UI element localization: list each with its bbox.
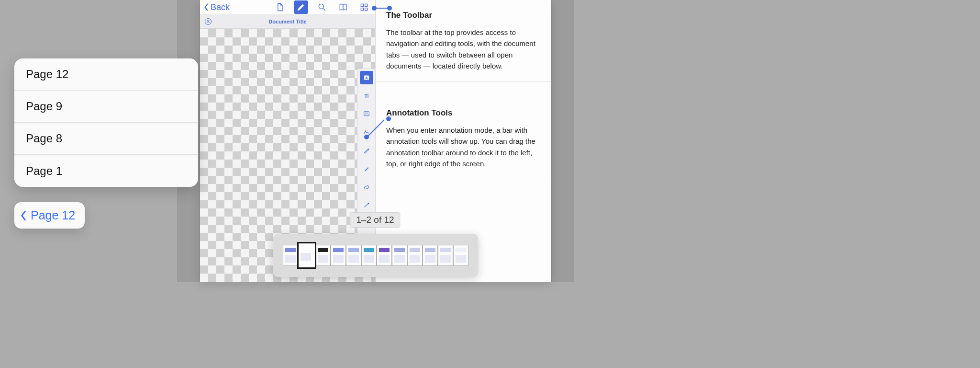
pencil-icon (296, 2, 306, 12)
back-button[interactable]: Back (204, 2, 230, 12)
page-counter: 1–2 of 12 (350, 212, 400, 228)
page-thumbnail[interactable] (423, 245, 438, 266)
page-thumbnail[interactable] (438, 245, 453, 266)
history-item[interactable]: Page 9 (14, 91, 198, 123)
annot-tool-note[interactable] (360, 107, 373, 121)
page-thumbnail[interactable] (315, 245, 331, 266)
svg-rect-9 (364, 112, 369, 116)
annotation-toolbar[interactable]: A T (357, 69, 375, 234)
page-thumbnail[interactable] (331, 245, 346, 266)
history-item[interactable]: Page 12 (14, 58, 198, 91)
section-heading: The Toolbar (386, 11, 541, 20)
chevron-left-icon (20, 210, 27, 221)
section-body: The toolbar at the top provides access t… (386, 27, 541, 71)
callout-dot (364, 135, 369, 139)
text-highlight-icon: A (362, 73, 371, 82)
page-thumbnail[interactable] (392, 245, 407, 266)
svg-rect-14 (364, 185, 369, 189)
eraser-icon (362, 183, 371, 191)
page-thumbnail[interactable] (361, 245, 377, 266)
right-gutter (551, 0, 574, 282)
section-heading: Annotation Tools (386, 108, 541, 118)
page-thumbnail[interactable] (407, 245, 423, 266)
marker-icon (362, 164, 371, 173)
text-icon: T (362, 92, 371, 100)
note-icon (362, 110, 371, 118)
svg-point-13 (368, 149, 369, 150)
svg-rect-4 (365, 8, 368, 11)
history-item-label: Page 9 (26, 100, 62, 113)
annot-tool-highlight[interactable]: A (360, 71, 373, 84)
search-icon (317, 2, 327, 12)
back-history-label: Page 12 (31, 208, 75, 222)
annot-tool-line[interactable] (360, 198, 373, 212)
ink-icon (362, 146, 371, 155)
page-thumbnail[interactable] (297, 242, 316, 269)
svg-rect-3 (361, 8, 363, 11)
back-label: Back (211, 2, 230, 12)
toolbar-thumbnails-button[interactable] (357, 0, 371, 14)
annot-tool-marker[interactable] (360, 162, 373, 175)
svg-text:T: T (364, 93, 368, 99)
document-icon (275, 2, 285, 12)
annot-tool-freetext[interactable]: T (360, 89, 373, 103)
history-item-label: Page 12 (26, 68, 68, 81)
history-item[interactable]: Page 1 (14, 155, 198, 187)
page-thumbnail[interactable] (346, 245, 361, 266)
toolbar-document-button[interactable] (273, 0, 287, 14)
page-thumbnail[interactable] (377, 245, 392, 266)
chevron-left-icon (204, 3, 209, 11)
svg-rect-2 (365, 4, 368, 6)
annot-tool-ink[interactable] (360, 144, 373, 157)
toolbar-search-button[interactable] (315, 0, 329, 14)
page-thumbnail[interactable] (453, 245, 468, 266)
section-body: When you enter annotation mode, a bar wi… (386, 125, 541, 169)
top-toolbar: Back (200, 0, 375, 15)
svg-point-12 (368, 133, 368, 134)
document-tab-bar: Document Title (200, 15, 375, 29)
toolbar-outline-button[interactable] (336, 0, 350, 14)
close-tab-button[interactable] (205, 18, 212, 25)
svg-line-15 (364, 203, 368, 207)
history-item[interactable]: Page 8 (14, 123, 198, 155)
thumbnail-scrubber[interactable] (273, 234, 478, 277)
content-section: Annotation Tools When you enter annotati… (376, 81, 551, 179)
page-thumbnail[interactable] (283, 245, 298, 266)
arrow-icon (362, 201, 371, 209)
content-section: The Toolbar The toolbar at the top provi… (376, 0, 551, 81)
svg-point-0 (319, 4, 323, 9)
svg-rect-1 (361, 4, 363, 6)
history-item-label: Page 8 (26, 132, 62, 145)
toolbar-annotate-button[interactable] (294, 0, 308, 14)
back-history-button[interactable]: Page 12 (14, 202, 85, 229)
history-popover: Page 12 Page 9 Page 8 Page 1 (14, 58, 198, 187)
svg-text:A: A (365, 76, 368, 80)
history-item-label: Page 1 (26, 164, 62, 178)
document-tab-title[interactable]: Document Title (215, 19, 360, 24)
grid-icon (359, 2, 369, 12)
annot-tool-eraser[interactable] (360, 180, 373, 194)
book-icon (338, 2, 348, 12)
